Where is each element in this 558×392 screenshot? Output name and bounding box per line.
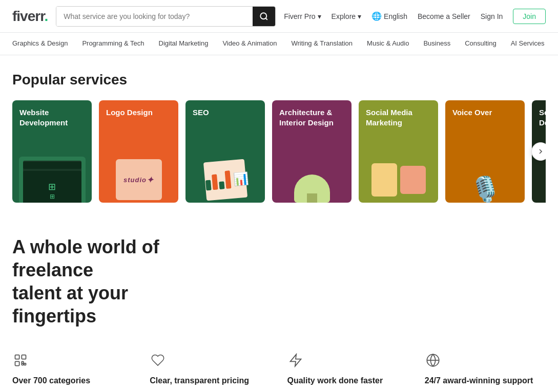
svg-rect-3 (22, 355, 26, 359)
language-link[interactable]: 🌐 English (371, 11, 407, 21)
search-bar (56, 6, 276, 27)
features-grid: Over 700 categories Get results from ski… (12, 352, 546, 392)
nav-writing[interactable]: Writing & Translation (284, 33, 360, 55)
seo-illustration (195, 157, 256, 203)
logo-inner: studio✦ (116, 159, 162, 200)
social-illustration (368, 157, 429, 203)
header-nav: Fiverr Pro ▾ Explore ▾ 🌐 English Become … (284, 9, 546, 24)
feature-pricing-title: Clear, transparent pricing (150, 376, 271, 386)
service-title-seo: SEO (185, 100, 265, 122)
arch-illustration (281, 157, 343, 203)
feature-pricing: Clear, transparent pricing Pay per proje… (150, 352, 271, 392)
feature-support: 24/7 award-winning support Chat with our… (425, 352, 546, 392)
feature-quality-title: Quality work done faster (287, 376, 408, 386)
service-image-voice: 🎙️ (445, 122, 525, 203)
service-title-social: Social Media Marketing (359, 100, 438, 132)
become-seller-link[interactable]: Become a Seller (418, 12, 470, 20)
service-image-seo (185, 122, 265, 203)
feature-support-title: 24/7 award-winning support (425, 376, 546, 386)
service-image-social (359, 132, 438, 203)
service-title-website: Website Development (12, 100, 92, 132)
feature-categories: Over 700 categories Get results from ski… (12, 352, 133, 392)
nav-programming[interactable]: Programming & Tech (75, 33, 151, 55)
globe-icon: 🌐 (371, 11, 382, 21)
service-card-seo[interactable]: SEO (185, 100, 265, 203)
sign-in-link[interactable]: Sign In (481, 12, 503, 20)
voice-illustration: 🎙️ (454, 157, 516, 203)
service-card-architecture[interactable]: Architecture & Interior Design (272, 100, 352, 203)
seo-paper (203, 159, 247, 201)
service-card-website[interactable]: Website Development ⊞ (12, 100, 92, 203)
svg-line-1 (266, 18, 267, 19)
chevron-right-icon (536, 147, 545, 156)
service-title-software: Soft Dev (532, 100, 546, 132)
svg-marker-8 (290, 354, 301, 366)
service-title-voice: Voice Over (445, 100, 525, 122)
popular-services-section: Popular services Website Development ⊞ L… (12, 72, 546, 203)
service-card-social[interactable]: Social Media Marketing (359, 100, 438, 203)
services-carousel: Website Development ⊞ Logo Design (12, 100, 546, 203)
nav-graphics[interactable]: Graphics & Design (12, 33, 75, 55)
service-image-architecture (272, 132, 352, 203)
explore-link[interactable]: Explore ▾ (332, 12, 361, 20)
service-title-logo: Logo Design (99, 100, 178, 122)
service-image-logo: studio✦ (99, 122, 178, 203)
feature-categories-title: Over 700 categories (12, 376, 133, 386)
search-button[interactable] (253, 7, 275, 26)
nav-business[interactable]: Business (416, 33, 458, 55)
chevron-down-icon: ▾ (318, 12, 321, 20)
grid-icon (12, 352, 29, 368)
fiverr-pro-link[interactable]: Fiverr Pro ▾ (284, 12, 321, 20)
join-button[interactable]: Join (513, 9, 546, 24)
fiverr-logo[interactable]: fiverr. (12, 8, 48, 25)
nav-video[interactable]: Video & Animation (215, 33, 284, 55)
globe-support-icon (425, 352, 441, 368)
service-title-architecture: Architecture & Interior Design (272, 100, 352, 132)
microphone-icon: 🎙️ (469, 177, 501, 203)
service-card-logo[interactable]: Logo Design studio✦ (99, 100, 178, 203)
popular-services-title: Popular services (12, 72, 546, 88)
handshake-icon (150, 352, 166, 368)
service-card-voice[interactable]: Voice Over 🎙️ (445, 100, 525, 203)
main-content: Popular services Website Development ⊞ L… (0, 55, 558, 392)
service-image-website: ⊞ (12, 132, 92, 203)
nav-music[interactable]: Music & Audio (360, 33, 416, 55)
tagline-title: A whole world of freelance talent at you… (12, 235, 217, 328)
carousel-next-button[interactable] (531, 142, 546, 161)
svg-rect-2 (15, 355, 19, 359)
chevron-down-icon: ▾ (358, 12, 361, 20)
nav-digital-marketing[interactable]: Digital Marketing (152, 33, 216, 55)
search-input[interactable] (56, 7, 253, 26)
nav-consulting[interactable]: Consulting (458, 33, 503, 55)
category-nav: Graphics & Design Programming & Tech Dig… (0, 33, 558, 55)
nav-personal-growth[interactable]: Personal Growth (551, 33, 558, 55)
header: fiverr. Fiverr Pro ▾ Explore ▾ 🌐 English… (0, 0, 558, 33)
svg-rect-7 (22, 361, 24, 363)
nav-ai-services[interactable]: AI Services (504, 33, 552, 55)
search-icon (259, 12, 268, 21)
svg-point-0 (260, 13, 266, 19)
feature-quality: Quality work done faster Filter to find … (287, 352, 408, 392)
svg-rect-6 (24, 363, 26, 365)
bolt-icon (287, 352, 304, 368)
website-illustration: ⊞ (19, 157, 86, 203)
logo-illustration: studio✦ (108, 157, 170, 203)
social-card-1 (371, 163, 397, 197)
tagline-section: A whole world of freelance talent at you… (12, 235, 546, 392)
social-card-2 (400, 166, 426, 194)
svg-rect-4 (15, 361, 19, 365)
